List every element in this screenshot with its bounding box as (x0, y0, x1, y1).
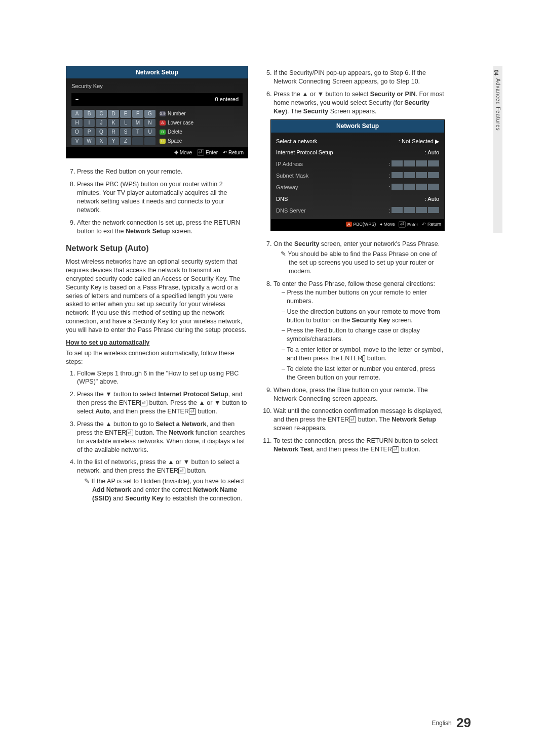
network-params-panel: Network Setup Select a network: Not Sele… (270, 119, 445, 230)
chapter-number: 04 (493, 70, 499, 75)
key[interactable]: O (71, 128, 83, 136)
yellow-icon: C (160, 139, 166, 144)
entry-field[interactable]: – 0 entered (71, 93, 243, 106)
rstep-10: Wait until the connection confirmation m… (274, 407, 445, 433)
section-heading-auto: Network Setup (Auto) (66, 243, 248, 254)
cmd-delete[interactable]: Delete (168, 129, 182, 136)
key[interactable]: A (71, 110, 83, 118)
key[interactable]: L (120, 119, 131, 127)
a-button-icon: A (346, 222, 352, 227)
step-7: Press the Red button on your remote. (77, 167, 248, 176)
row-dns-server: DNS Server : (276, 205, 439, 217)
cmd-space[interactable]: Space (168, 138, 182, 145)
entered-count: 0 entered (215, 96, 239, 103)
auto-step-4: In the list of networks, press the ▲ or … (77, 458, 248, 502)
cmd-number[interactable]: Number (168, 110, 186, 117)
panel-footer: A PBC(WPS) ♦ Move ⏎ Enter ↶ Return (271, 219, 444, 230)
howto-intro: To set up the wireless connection automa… (66, 349, 248, 366)
howto-heading: How to set up automatically (66, 339, 248, 347)
key[interactable]: P (84, 128, 95, 136)
key[interactable]: M (132, 119, 143, 127)
key[interactable]: F (132, 110, 143, 118)
key-blank[interactable]: . (132, 137, 143, 145)
move-icon: ♦ (380, 222, 382, 227)
rstep-9: When done, press the Blue button on your… (274, 386, 445, 403)
side-tab: 04 Advanced Features (493, 66, 502, 233)
auto-step-1: Follow Steps 1 through 6 in the "How to … (77, 369, 248, 387)
enter-icon: ⏎ (399, 221, 406, 228)
key-blank[interactable]: . (144, 137, 155, 145)
key[interactable]: E (120, 110, 131, 118)
footer-page: 29 (456, 715, 471, 730)
return-icon: ↶ (422, 222, 426, 227)
key[interactable]: I (84, 119, 95, 127)
step-8: Press the PBC (WPS) button on your route… (77, 180, 248, 215)
row-select-network[interactable]: Select a network: Not Selected ▶ (276, 136, 439, 147)
auto-steps: Follow Steps 1 through 6 in the "How to … (66, 369, 248, 503)
auto-step-3: Press the ▲ button to go to Select a Net… (77, 420, 248, 454)
right-steps-rest: On the Security screen, enter your netwo… (262, 240, 445, 454)
return-icon: ↶ (223, 149, 227, 156)
rstep-7: On the Security screen, enter your netwo… (274, 240, 445, 276)
step-9: After the network connection is set up, … (77, 219, 248, 236)
field-label: Security Key (71, 82, 243, 90)
key[interactable]: D (108, 110, 119, 118)
cursor-icon: – (75, 96, 79, 103)
key[interactable]: C (96, 110, 107, 118)
row-dns[interactable]: DNS: Auto (276, 193, 439, 205)
step-5: If the Security/PIN pop-up appears, go t… (274, 69, 445, 86)
green-icon: B (160, 130, 166, 135)
rstep-11: To test the connection, press the RETURN… (274, 437, 445, 454)
security-key-panel: Network Setup Security Key – 0 entered A… (66, 66, 248, 158)
left-steps-789: Press the Red button on your remote. Pre… (66, 167, 248, 235)
enter-icon: ⏎ (189, 408, 196, 415)
enter-icon: ⏎ (392, 446, 399, 453)
enter-icon: ⏎ (140, 400, 147, 406)
key[interactable]: Q (96, 128, 107, 136)
key[interactable]: Z (120, 137, 131, 145)
step4-note: If the AP is set to Hidden (Invisible), … (77, 477, 248, 503)
row-ip-setup[interactable]: Internet Protocol Setup: Auto (276, 147, 439, 158)
key[interactable]: U (144, 128, 155, 136)
key[interactable]: B (84, 110, 95, 118)
key[interactable]: V (71, 137, 83, 145)
key[interactable]: X (96, 137, 107, 145)
key[interactable]: Y (108, 137, 119, 145)
cmd-lowercase[interactable]: Lower case (168, 119, 193, 127)
auto-step-2: Press the ▼ button to select Internet Pr… (77, 390, 248, 416)
red-icon: A (160, 120, 166, 125)
rstep-8: To enter the Pass Phrase, follow these g… (274, 280, 445, 382)
chapter-label: Advanced Features (495, 78, 501, 131)
enter-icon: ⏎ (126, 430, 133, 436)
panel-title: Network Setup (66, 66, 248, 78)
key[interactable]: H (71, 119, 83, 127)
enter-icon: ⏎ (197, 149, 204, 156)
row-gateway: Gateway : (276, 182, 439, 193)
enter-icon: ⏎ (178, 468, 185, 474)
rstep7-note: You should be able to find the Pass Phra… (274, 250, 445, 276)
key[interactable]: T (132, 128, 143, 136)
key[interactable]: S (120, 128, 131, 136)
key[interactable]: J (96, 119, 107, 127)
auto-intro: Most wireless networks have an optional … (66, 258, 248, 334)
row-ip-address: IP Address : (276, 158, 439, 170)
row-subnet-mask: Subnet Mask : (276, 170, 439, 182)
key[interactable]: K (108, 119, 119, 127)
key[interactable]: G (144, 110, 155, 118)
page-footer: English 29 (432, 715, 471, 731)
panel-footer: ✥Move ⏎Enter ↶Return (66, 147, 248, 158)
footer-lang: English (432, 720, 451, 727)
key[interactable]: N (144, 119, 155, 127)
step-6: Press the ▲ or ▼ button to select Securi… (274, 90, 445, 116)
key[interactable]: W (84, 137, 95, 145)
right-steps-56: If the Security/PIN pop-up appears, go t… (262, 69, 445, 115)
move-icon: ✥ (174, 149, 178, 156)
key[interactable]: R (108, 128, 119, 136)
panel-title: Network Setup (271, 120, 444, 132)
enter-icon: ⏎ (349, 416, 356, 423)
number-icon: 0-9 (160, 111, 166, 116)
